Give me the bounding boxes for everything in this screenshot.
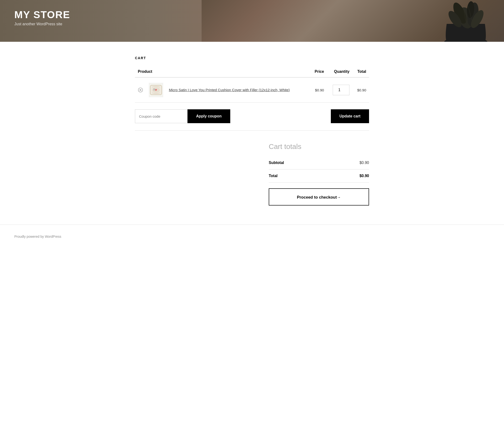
cushion-illustration xyxy=(149,83,163,97)
svg-rect-14 xyxy=(153,89,156,90)
site-tagline: Just another WordPress site xyxy=(14,22,490,26)
product-quantity-cell xyxy=(327,77,352,103)
cart-table-body: Micro Satin I Love You Printed Cushion C… xyxy=(135,77,369,103)
coupon-input[interactable] xyxy=(135,109,187,123)
remove-cell xyxy=(135,77,146,103)
main-content: CART Product Price Quantity Total xyxy=(121,42,383,225)
checkout-button[interactable]: Proceed to checkout→ xyxy=(269,188,369,205)
th-product: Product xyxy=(135,67,310,77)
cart-totals-section: Cart totals Subtotal $0.90 Total $0.90 P… xyxy=(135,142,369,205)
apply-coupon-button[interactable]: Apply coupon xyxy=(187,109,230,123)
product-name-cell: Micro Satin I Love You Printed Cushion C… xyxy=(166,77,310,103)
total-label: Total xyxy=(269,174,277,178)
product-price-cell: $0.90 xyxy=(310,77,327,103)
coupon-row: Apply coupon Update cart xyxy=(135,103,369,131)
total-row: Total $0.90 xyxy=(269,170,369,183)
quantity-input[interactable] xyxy=(333,85,349,95)
subtotal-label: Subtotal xyxy=(269,161,284,165)
update-cart-button[interactable]: Update cart xyxy=(331,109,369,123)
product-total-cell: $0.90 xyxy=(352,77,369,103)
site-branding: MY STORE Just another WordPress site xyxy=(0,0,504,35)
svg-rect-13 xyxy=(153,88,155,89)
th-total: Total xyxy=(352,67,369,77)
remove-icon xyxy=(138,87,143,93)
product-name-link[interactable]: Micro Satin I Love You Printed Cushion C… xyxy=(169,88,290,92)
cart-totals-box: Cart totals Subtotal $0.90 Total $0.90 P… xyxy=(269,142,369,205)
product-image xyxy=(149,83,163,97)
product-image-cell xyxy=(146,77,166,103)
coupon-left: Apply coupon xyxy=(135,109,230,123)
cart-table-header: Product Price Quantity Total xyxy=(135,67,369,77)
subtotal-value: $0.90 xyxy=(360,161,369,165)
th-quantity: Quantity xyxy=(327,67,352,77)
total-value: $0.90 xyxy=(360,174,369,178)
site-header: MY STORE Just another WordPress site xyxy=(0,0,504,42)
footer-text: Proudly powered by WordPress xyxy=(14,235,61,238)
site-footer: Proudly powered by WordPress xyxy=(0,225,504,248)
subtotal-row: Subtotal $0.90 xyxy=(269,156,369,170)
cart-table: Product Price Quantity Total xyxy=(135,67,369,103)
cart-totals-title: Cart totals xyxy=(269,142,369,151)
cart-heading: CART xyxy=(135,56,369,60)
table-row: Micro Satin I Love You Printed Cushion C… xyxy=(135,77,369,103)
site-title: MY STORE xyxy=(14,9,490,21)
remove-item-button[interactable] xyxy=(138,87,143,93)
th-price: Price xyxy=(310,67,327,77)
svg-rect-15 xyxy=(153,90,156,90)
